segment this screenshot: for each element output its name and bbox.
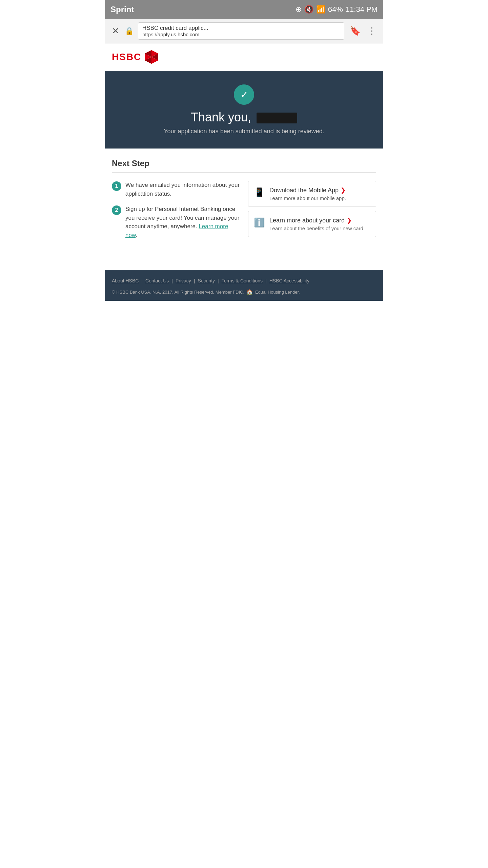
mobile-app-desc: Learn more about our mobile app. <box>269 195 370 201</box>
learn-more-link[interactable]: Learn more now <box>125 223 228 238</box>
main-section: Next Step 1 We have emailed you informat… <box>105 149 383 256</box>
footer: About HSBC | Contact Us | Privacy | Secu… <box>105 270 383 301</box>
learn-card-desc: Learn about the benefits of your new car… <box>269 225 370 231</box>
footer-about[interactable]: About HSBC <box>112 278 139 283</box>
mobile-app-arrow: ❯ <box>341 186 346 194</box>
info-icon: ℹ️ <box>254 217 265 228</box>
time-label: 11:34 PM <box>346 5 378 14</box>
page-content: HSBC ✓ Thank you, Your application has b… <box>105 43 383 301</box>
page-title: HSBC credit card applic... <box>142 25 340 32</box>
address-bar[interactable]: HSBC credit card applic... https://apply… <box>138 22 344 40</box>
add-icon: ⊕ <box>296 5 302 14</box>
step-2-text: Sign up for Personal Internet Banking on… <box>125 205 240 239</box>
step-1-number: 1 <box>112 181 121 191</box>
learn-card-card[interactable]: ℹ️ Learn more about your card ❯ Learn ab… <box>248 211 376 237</box>
learn-card-arrow: ❯ <box>347 217 352 224</box>
footer-copyright: © HSBC Bank USA, N.A. 2017. All Rights R… <box>112 289 376 295</box>
step-1-text: We have emailed you information about yo… <box>125 181 240 198</box>
phone-icon: 📱 <box>254 187 265 198</box>
url-protocol: https:// <box>142 32 158 37</box>
redacted-name <box>257 113 297 123</box>
house-icon: 🏠 <box>246 289 253 295</box>
success-icon: ✓ <box>234 84 254 105</box>
hsbc-logo: HSBC <box>112 50 376 64</box>
bookmark-button[interactable]: 🔖 <box>348 24 362 38</box>
hero-title: Thank you, <box>112 110 376 124</box>
steps-list: 1 We have emailed you information about … <box>112 181 240 246</box>
status-bar: Sprint ⊕ 🔇 📶 64% 11:34 PM <box>105 0 383 19</box>
mute-icon: 🔇 <box>304 5 313 14</box>
next-step-title: Next Step <box>112 159 376 168</box>
footer-security[interactable]: Security <box>198 278 215 283</box>
mobile-app-card-body: Download the Mobile App ❯ Learn more abo… <box>269 186 370 201</box>
carrier-label: Sprint <box>110 5 134 14</box>
hsbc-hex-logo <box>144 50 159 64</box>
footer-links: About HSBC | Contact Us | Privacy | Secu… <box>112 278 376 283</box>
footer-terms[interactable]: Terms & Conditions <box>222 278 263 283</box>
hero-banner: ✓ Thank you, Your application has been s… <box>105 71 383 149</box>
footer-contact[interactable]: Contact Us <box>145 278 169 283</box>
battery-label: 64% <box>328 5 343 14</box>
step-2-number: 2 <box>112 205 121 215</box>
url-domain: apply.us.hsbc.com <box>158 32 199 37</box>
info-cards: 📱 Download the Mobile App ❯ Learn more a… <box>248 181 376 237</box>
browser-chrome: ✕ 🔒 HSBC credit card applic... https://a… <box>105 19 383 43</box>
learn-card-body: Learn more about your card ❯ Learn about… <box>269 217 370 231</box>
lock-icon: 🔒 <box>125 27 134 36</box>
url-bar: https://apply.us.hsbc.com <box>142 32 340 37</box>
mobile-app-title: Download the Mobile App ❯ <box>269 186 370 194</box>
close-button[interactable]: ✕ <box>110 24 121 38</box>
hsbc-text: HSBC <box>112 52 141 62</box>
learn-card-title: Learn more about your card ❯ <box>269 217 370 224</box>
menu-button[interactable]: ⋮ <box>366 24 378 38</box>
divider <box>112 172 376 173</box>
hero-subtitle: Your application has been submitted and … <box>112 128 376 135</box>
step-2: 2 Sign up for Personal Internet Banking … <box>112 205 240 239</box>
signal-icon: 📶 <box>316 5 325 14</box>
step-1: 1 We have emailed you information about … <box>112 181 240 198</box>
hsbc-header: HSBC <box>105 43 383 71</box>
mobile-app-card[interactable]: 📱 Download the Mobile App ❯ Learn more a… <box>248 181 376 207</box>
footer-accessibility[interactable]: HSBC Accessibility <box>269 278 309 283</box>
status-icons: ⊕ 🔇 📶 64% 11:34 PM <box>296 5 378 14</box>
content-grid: 1 We have emailed you information about … <box>112 181 376 246</box>
footer-privacy[interactable]: Privacy <box>176 278 191 283</box>
